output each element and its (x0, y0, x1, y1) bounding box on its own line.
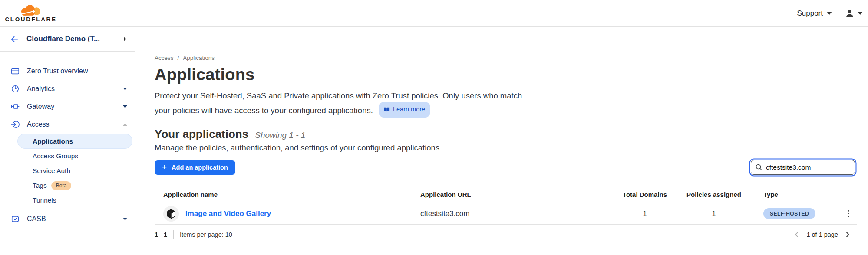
plus-icon: + (162, 163, 167, 171)
sidebar-subitem-label: Service Auth (33, 167, 70, 175)
previous-page-button[interactable] (794, 232, 800, 238)
column-total-domains: Total Domains (617, 191, 673, 198)
column-application-name: Application name (155, 191, 420, 198)
search-icon (755, 163, 763, 171)
cloudflare-cloud-icon (18, 4, 43, 16)
user-icon (845, 9, 855, 18)
page-title: Applications (155, 65, 857, 84)
account-header: Cloudflare Demo (T... (0, 27, 135, 52)
search-input[interactable] (751, 160, 855, 175)
sidebar-item-access[interactable]: Access (0, 115, 135, 133)
casb-check-icon (11, 215, 20, 223)
sidebar-subitem-label: Tunnels (33, 196, 56, 204)
section-subtitle: Manage the policies, authentication, and… (155, 143, 857, 153)
breadcrumb-access-link[interactable]: Access (155, 55, 174, 61)
applications-table: Application name Application URL Total D… (155, 186, 857, 225)
divider (173, 230, 174, 239)
page-description-text: Protect your Self-Hosted, SaaS and Priva… (155, 91, 522, 115)
table-header-row: Application name Application URL Total D… (155, 186, 857, 203)
back-arrow-icon[interactable] (10, 34, 20, 44)
column-type: Type (755, 191, 840, 198)
header-actions: Support (797, 9, 864, 18)
main-content: Access / Applications Applications Prote… (135, 27, 868, 255)
chevron-down-icon (123, 88, 127, 90)
access-login-icon (11, 120, 20, 129)
access-submenu: Applications Access Groups Service Auth … (0, 134, 135, 208)
applications-toolbar: + Add an application (155, 160, 857, 175)
cloudflare-logo-text: CLOUDFLARE (5, 16, 57, 23)
breadcrumb-separator: / (178, 55, 179, 61)
sidebar-nav: Zero Trust overview Analytics Gateway (0, 52, 135, 228)
chevron-down-icon (827, 12, 832, 15)
total-domains-value: 1 (617, 209, 673, 218)
app-cube-icon (163, 206, 179, 222)
beta-badge: Beta (51, 181, 72, 190)
window-icon (11, 67, 20, 75)
breadcrumb-applications-link[interactable]: Applications (183, 55, 215, 61)
breadcrumb: Access / Applications (155, 55, 857, 61)
chevron-down-icon (123, 218, 127, 220)
table-row: Image and Video Gallery cftestsite3.com … (155, 203, 857, 225)
page-indicator: 1 of 1 page (806, 231, 838, 238)
search-box (751, 160, 855, 175)
application-link[interactable]: Image and Video Gallery (185, 209, 271, 218)
sidebar-item-label: Analytics (27, 85, 55, 93)
sidebar-item-casb[interactable]: CASB (0, 210, 135, 228)
sidebar: Cloudflare Demo (T... Zero Trust overvie… (0, 27, 135, 255)
policies-assigned-value: 1 (673, 209, 755, 218)
pagination-range: 1 - 1 (155, 231, 167, 238)
support-label: Support (797, 9, 823, 18)
sidebar-item-tunnels[interactable]: Tunnels (0, 193, 135, 208)
sidebar-item-service-auth[interactable]: Service Auth (0, 163, 135, 178)
cloudflare-dashboard: CLOUDFLARE Support Cloudflare (0, 0, 868, 255)
showing-count: Showing 1 - 1 (255, 131, 305, 140)
column-application-url: Application URL (420, 191, 617, 198)
sidebar-subitem-label: Access Groups (33, 152, 78, 160)
add-application-button[interactable]: + Add an application (155, 160, 235, 175)
sidebar-item-zero-trust-overview[interactable]: Zero Trust overview (0, 62, 135, 80)
top-header: CLOUDFLARE Support (0, 0, 868, 27)
sidebar-item-label: CASB (27, 215, 46, 223)
page-description: Protect your Self-Hosted, SaaS and Priva… (155, 89, 528, 118)
sidebar-item-label: Zero Trust overview (27, 67, 88, 75)
sidebar-item-label: Access (27, 121, 50, 128)
section-title: Your applications (155, 128, 248, 141)
pie-chart-icon (11, 85, 20, 93)
add-application-label: Add an application (172, 164, 228, 171)
chevron-down-icon (123, 105, 127, 108)
chevron-down-icon (858, 12, 863, 15)
gateway-icon (11, 102, 20, 111)
sidebar-subitem-label: Applications (33, 137, 73, 145)
book-icon (384, 107, 390, 112)
column-policies-assigned: Policies assigned (673, 191, 755, 198)
type-badge: SELF-HOSTED (763, 208, 815, 219)
sidebar-item-analytics[interactable]: Analytics (0, 80, 135, 98)
sidebar-item-label: Gateway (27, 103, 54, 111)
chevron-up-icon (123, 123, 127, 126)
chevron-right-icon[interactable] (124, 37, 126, 41)
account-name[interactable]: Cloudflare Demo (T... (26, 35, 100, 43)
section-header: Your applications Showing 1 - 1 (155, 128, 857, 141)
sidebar-item-gateway[interactable]: Gateway (0, 98, 135, 115)
sidebar-item-applications[interactable]: Applications (17, 134, 132, 149)
learn-more-button[interactable]: Learn more (379, 102, 430, 118)
sidebar-item-access-groups[interactable]: Access Groups (0, 149, 135, 163)
learn-more-label: Learn more (393, 103, 425, 116)
next-page-button[interactable] (845, 232, 851, 238)
support-menu[interactable]: Support (797, 9, 832, 18)
sidebar-subitem-label: Tags (33, 182, 47, 190)
row-menu-button[interactable] (844, 208, 853, 219)
pagination: 1 - 1 Items per page: 10 1 of 1 page (155, 225, 857, 245)
cloudflare-logo[interactable]: CLOUDFLARE (7, 4, 55, 23)
user-menu[interactable] (845, 9, 863, 18)
sidebar-item-tags[interactable]: Tags Beta (0, 178, 135, 193)
application-url: cftestsite3.com (420, 209, 617, 218)
items-per-page[interactable]: Items per page: 10 (180, 231, 232, 238)
